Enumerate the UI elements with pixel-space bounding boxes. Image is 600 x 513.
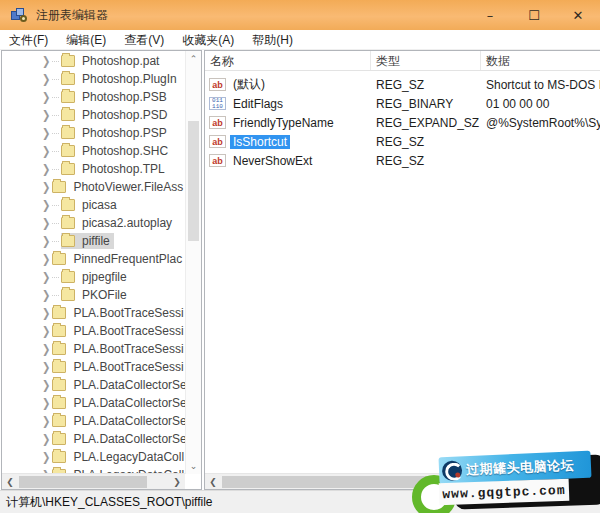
column-header-name[interactable]: 名称 (205, 51, 371, 70)
status-path: 计算机\HKEY_CLASSES_ROOT\piffile (6, 495, 213, 509)
tree-item[interactable]: ❯PLA.BootTraceSessi (2, 322, 185, 340)
tree-item[interactable]: ❯PLA.BootTraceSessi (2, 304, 185, 322)
tree-item-label: Photoshop.PSD (80, 108, 169, 122)
tree-guide-line (52, 97, 59, 98)
menu-item-f[interactable]: 文件(F) (0, 30, 57, 50)
tree-item[interactable]: ❯piffile (2, 232, 185, 250)
tree-item[interactable]: ❯Photoshop.SHC (2, 142, 185, 160)
scroll-left-icon[interactable]: ❮ (2, 474, 18, 490)
tree-item[interactable]: ❯PLA.DataCollectorSe (2, 412, 185, 430)
maximize-button[interactable]: ☐ (512, 0, 556, 30)
scroll-down-icon[interactable]: ⌄ (186, 458, 201, 474)
tree-item-label: PLA.DataCollectorSe (71, 414, 188, 428)
tree-item[interactable]: ❯Photoshop.PSD (2, 106, 185, 124)
value-row[interactable]: abNeverShowExtREG_SZ (205, 151, 600, 170)
tree-item[interactable]: ❯PLA.LegacyDataColl (2, 448, 185, 466)
folder-icon (61, 235, 75, 247)
scroll-left-icon[interactable]: ❮ (205, 474, 221, 490)
tree-horizontal-scrollbar[interactable]: ❮ ❯ (2, 473, 185, 489)
window-title: 注册表编辑器 (36, 7, 108, 24)
tree-item-body: PLA.LegacyDataColl (52, 449, 188, 465)
tree-item[interactable]: ❯PLA.DataCollectorSe (2, 376, 185, 394)
tree-item[interactable]: ❯Photoshop.PSB (2, 88, 185, 106)
list-hscroll-thumb[interactable] (222, 476, 578, 488)
tree-item[interactable]: ❯PhotoViewer.FileAss (2, 178, 185, 196)
tree-item[interactable]: ❯PLA.BootTraceSessi (2, 358, 185, 376)
tree-item-body: picasa2.autoplay (61, 215, 176, 231)
tree-item-label: PLA.DataCollectorSe (71, 378, 188, 392)
tree-item-body: PhotoViewer.FileAss (52, 179, 187, 195)
folder-icon (61, 289, 75, 301)
column-header-data[interactable]: 数据 (481, 51, 600, 70)
string-value-icon: ab (209, 154, 226, 167)
tree-item[interactable]: ❯picasa (2, 196, 185, 214)
menu-item-a[interactable]: 收藏夹(A) (173, 30, 243, 50)
tree-item-body: Photoshop.SHC (61, 143, 172, 159)
list-horizontal-scrollbar[interactable]: ❮ (205, 473, 600, 489)
tree-item-label: PLA.BootTraceSessi (71, 342, 185, 356)
tree-item-body: Photoshop.pat (61, 53, 163, 69)
tree-vscroll-thumb[interactable] (188, 121, 199, 241)
minimize-button[interactable]: – (468, 0, 512, 30)
string-value-icon: ab (209, 135, 226, 148)
close-button[interactable]: ✕ (556, 0, 600, 30)
tree-item[interactable]: ❯Photoshop.PSP (2, 124, 185, 142)
tree-vertical-scrollbar[interactable]: ⌃ ⌄ (185, 51, 201, 474)
value-type-cell: REG_SZ (371, 135, 481, 149)
column-header-type[interactable]: 类型 (371, 51, 481, 70)
tree-guide-line (52, 205, 59, 206)
tree-item-body: Photoshop.PSP (61, 125, 171, 141)
value-type-cell: REG_SZ (371, 154, 481, 168)
tree-item-label: pjpegfile (80, 270, 129, 284)
menu-item-e[interactable]: 编辑(E) (57, 30, 115, 50)
menu-item-h[interactable]: 帮助(H) (243, 30, 302, 50)
tree-guide-line (52, 133, 59, 134)
value-data-cell: 01 00 00 00 (481, 97, 600, 111)
folder-icon (52, 253, 66, 265)
value-type-cell: REG_EXPAND_SZ (371, 116, 481, 130)
tree-item[interactable]: ❯PinnedFrequentPlac (2, 250, 185, 268)
menu-item-v[interactable]: 查看(V) (115, 30, 173, 50)
tree-item-label: PLA.LegacyDataColl (71, 450, 186, 464)
value-row[interactable]: 011110EditFlagsREG_BINARY01 00 00 00 (205, 94, 600, 113)
tree-item[interactable]: ❯PKOFile (2, 286, 185, 304)
folder-icon (61, 145, 75, 157)
status-bar: 计算机\HKEY_CLASSES_ROOT\piffile (0, 490, 600, 513)
value-row[interactable]: abIsShortcutREG_SZ (205, 132, 600, 151)
value-type-cell: REG_SZ (371, 78, 481, 92)
tree-hscroll-thumb[interactable] (19, 476, 147, 488)
tree-item-label: Photoshop.PlugIn (80, 72, 179, 86)
folder-icon (61, 217, 75, 229)
tree-item[interactable]: ❯PLA.DataCollectorSe (2, 430, 185, 448)
folder-icon (61, 91, 75, 103)
tree-item-label: Photoshop.TPL (80, 162, 167, 176)
registry-tree-panel: ❯Photoshop.pat❯Photoshop.PlugIn❯Photosho… (1, 50, 202, 490)
registry-values-panel: 名称 类型 数据 ab(默认)REG_SZShortcut to MS-DOS … (204, 50, 600, 490)
tree-item-label: PLA.BootTraceSessi (71, 360, 185, 374)
folder-icon (52, 343, 66, 355)
value-type-cell: REG_BINARY (371, 97, 481, 111)
tree-guide-line (52, 169, 59, 170)
tree-item-body: Photoshop.TPL (61, 161, 169, 177)
title-bar: 注册表编辑器 – ☐ ✕ (0, 0, 600, 30)
tree-item[interactable]: ❯Photoshop.TPL (2, 160, 185, 178)
tree-item[interactable]: ❯picasa2.autoplay (2, 214, 185, 232)
scroll-up-icon[interactable]: ⌃ (186, 51, 201, 67)
tree-item[interactable]: ❯Photoshop.PlugIn (2, 70, 185, 88)
tree-item-body: PLA.DataCollectorSe (52, 431, 190, 447)
tree-item[interactable]: ❯Photoshop.pat (2, 52, 185, 70)
value-row[interactable]: ab(默认)REG_SZShortcut to MS-DOS P (205, 75, 600, 94)
tree-item-label: Photoshop.PSB (80, 90, 169, 104)
tree-item[interactable]: ❯PLA.BootTraceSessi (2, 340, 185, 358)
tree-item-body: PLA.BootTraceSessi (52, 341, 187, 357)
tree-guide-line (52, 223, 59, 224)
tree-item[interactable]: ❯PLA.DataCollectorSe (2, 394, 185, 412)
value-row[interactable]: abFriendlyTypeNameREG_EXPAND_SZ@%SystemR… (205, 113, 600, 132)
folder-icon (52, 451, 66, 463)
tree-item-body: pjpegfile (61, 269, 131, 285)
tree-item-label: picasa2.autoplay (80, 216, 174, 230)
folder-icon (61, 199, 75, 211)
folder-icon (52, 379, 66, 391)
tree-item[interactable]: ❯pjpegfile (2, 268, 185, 286)
scroll-right-icon[interactable]: ❯ (169, 474, 185, 490)
